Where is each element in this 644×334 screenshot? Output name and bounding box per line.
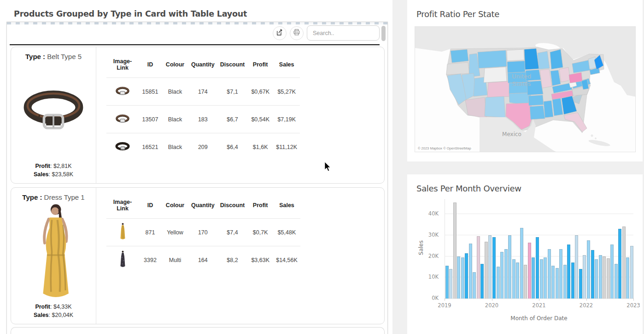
- bar[interactable]: [536, 237, 539, 298]
- bar[interactable]: [618, 229, 621, 298]
- state-wy[interactable]: [484, 67, 507, 83]
- bar[interactable]: [563, 265, 567, 298]
- bar[interactable]: [488, 235, 492, 298]
- bar[interactable]: [453, 203, 457, 298]
- state-ar[interactable]: [528, 95, 544, 106]
- table-row[interactable]: 871Yellow170$7,4$0,7K$5,48K: [106, 219, 300, 246]
- bar[interactable]: [492, 237, 496, 298]
- state-nd[interactable]: [507, 49, 524, 61]
- cards-gap: [407, 161, 643, 174]
- state-wi[interactable]: [538, 51, 550, 69]
- bar[interactable]: [477, 236, 480, 298]
- bar[interactable]: [469, 244, 472, 298]
- bar[interactable]: [567, 245, 570, 298]
- table-row[interactable]: 3392Multi164$8,2$3,63K$14,56K: [106, 246, 300, 274]
- x-tick-mark: [586, 298, 587, 301]
- x-tick-label: 2022: [576, 302, 597, 309]
- bar[interactable]: [595, 259, 598, 298]
- state-mt[interactable]: [478, 50, 507, 68]
- bar[interactable]: [603, 256, 606, 298]
- state-sd[interactable]: [507, 61, 525, 73]
- bar[interactable]: [607, 258, 610, 298]
- bar[interactable]: [548, 249, 551, 299]
- bar[interactable]: [583, 255, 586, 298]
- bar[interactable]: [575, 235, 578, 298]
- x-tick-label: 2019: [434, 302, 455, 309]
- bar[interactable]: [512, 259, 515, 298]
- bar[interactable]: [615, 264, 618, 298]
- bar[interactable]: [500, 252, 503, 298]
- column-header: Quantity: [188, 192, 217, 219]
- bar[interactable]: [449, 269, 452, 298]
- gridline: [445, 235, 633, 235]
- y-tick-label: 20K: [420, 253, 439, 259]
- table-row[interactable]: 16521Black209$6,4$1,6K$11,12K: [106, 133, 300, 161]
- bar[interactable]: [497, 267, 500, 298]
- cell-id: 3392: [139, 246, 162, 274]
- state-mn[interactable]: [524, 48, 539, 70]
- table-row[interactable]: 13507Black183$6,7$0,54K$7,19K: [106, 106, 300, 133]
- table-row[interactable]: 15851Black174$7,1$0,67K$5,27K: [106, 78, 300, 106]
- column-header: ID: [139, 192, 162, 219]
- bar[interactable]: [556, 268, 559, 298]
- state-or[interactable]: [446, 62, 469, 75]
- cell-sales: $11,12K: [273, 133, 300, 161]
- bar[interactable]: [599, 255, 602, 298]
- bar[interactable]: [528, 243, 531, 298]
- bar[interactable]: [445, 266, 449, 298]
- print-icon: [293, 28, 301, 38]
- map-title: Profit Ratio Per State: [416, 9, 499, 19]
- print-button[interactable]: [290, 26, 304, 40]
- x-tick-mark: [445, 298, 445, 301]
- bar[interactable]: [461, 257, 464, 298]
- bar[interactable]: [571, 262, 574, 298]
- bahamas: [591, 135, 593, 137]
- right-column: Profit Ratio Per State: [407, 0, 643, 334]
- bar[interactable]: [516, 262, 519, 298]
- bar[interactable]: [457, 256, 460, 298]
- gridline: [445, 214, 633, 214]
- cell-id: 13507: [139, 106, 162, 133]
- state-mi[interactable]: [550, 49, 563, 69]
- cell-discount: $8,2: [217, 246, 247, 274]
- cell-id: 16521: [139, 133, 162, 161]
- bar[interactable]: [591, 250, 594, 298]
- bar[interactable]: [524, 265, 527, 298]
- bar[interactable]: [559, 249, 562, 299]
- product-thumbnail: [106, 219, 139, 246]
- page-title: Products Grouped by Type in Card with Ta…: [14, 9, 247, 18]
- state-ms[interactable]: [544, 101, 553, 118]
- bar[interactable]: [465, 253, 468, 298]
- bar[interactable]: [610, 245, 614, 298]
- state-wa[interactable]: [451, 49, 468, 63]
- search-input[interactable]: [307, 25, 380, 41]
- panel-scrollbar-thumb[interactable]: [381, 26, 386, 41]
- product-card: Type : Dress Type 1 Profit: $4,33K Sales…: [11, 187, 385, 324]
- bar[interactable]: [520, 228, 523, 298]
- bar[interactable]: [540, 259, 543, 298]
- bar[interactable]: [626, 257, 629, 298]
- state-la[interactable]: [530, 106, 545, 119]
- cell-profit: $0,7K: [247, 219, 273, 246]
- state-nm[interactable]: [485, 96, 505, 118]
- bar[interactable]: [508, 235, 511, 298]
- product-thumbnail: [106, 106, 139, 133]
- cell-id: 15851: [139, 78, 162, 106]
- bar[interactable]: [544, 257, 547, 298]
- bar[interactable]: [579, 269, 582, 298]
- bar[interactable]: [473, 272, 476, 298]
- cell-sales: $5,48K: [273, 219, 300, 246]
- bar[interactable]: [480, 264, 484, 298]
- toolbar-divider: [10, 44, 380, 45]
- column-header: Quantity: [188, 52, 217, 78]
- bar[interactable]: [587, 240, 590, 298]
- bar[interactable]: [630, 246, 633, 298]
- product-thumbnail: [106, 78, 139, 106]
- bar[interactable]: [551, 266, 555, 298]
- bar[interactable]: [485, 242, 488, 299]
- share-button[interactable]: [273, 26, 287, 40]
- bar[interactable]: [504, 249, 508, 299]
- state-oh[interactable]: [559, 67, 570, 82]
- bar[interactable]: [622, 227, 626, 298]
- bar[interactable]: [532, 257, 535, 298]
